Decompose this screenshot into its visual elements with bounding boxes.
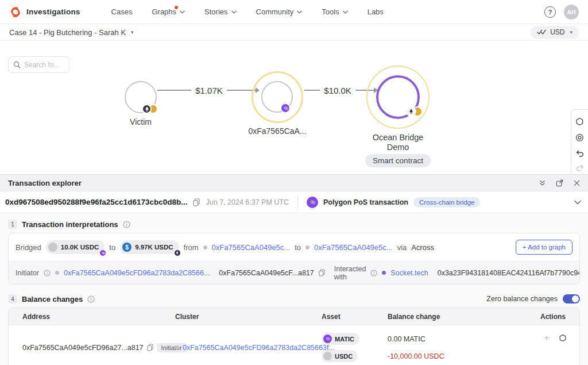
info-icon[interactable] xyxy=(44,270,51,276)
nav-item-community[interactable]: Community xyxy=(256,7,303,16)
ethereum-icon xyxy=(406,106,416,117)
info-icon[interactable] xyxy=(87,295,95,303)
transaction-timestamp: Jun 7, 2024 6:37 PM UTC xyxy=(206,198,289,206)
redo-icon[interactable] xyxy=(576,164,584,171)
case-dropdown-icon[interactable]: ▾ xyxy=(131,29,134,35)
polygon-chain-badge-icon xyxy=(99,249,106,256)
ethereum-chain-badge-icon xyxy=(174,249,181,256)
polygon-icon xyxy=(280,103,291,113)
from-word: from xyxy=(184,243,199,252)
edge-amount-label[interactable]: $10.0K xyxy=(320,85,355,96)
node-label-victim[interactable]: Victim xyxy=(115,117,167,127)
to-word: to xyxy=(109,243,115,252)
balance-changes-header: 4 Balance changes Zero balance changes xyxy=(8,294,580,303)
add-row-icon[interactable]: + xyxy=(544,333,550,343)
cluster-dot xyxy=(175,345,179,349)
cluster-dot xyxy=(203,245,207,249)
transaction-hash[interactable]: 0xd967508ed950288f9e96fa25cc1d6173cbc0d8… xyxy=(5,198,188,206)
asset-chip-destination[interactable]: $ 9.97K USDC xyxy=(120,240,179,254)
case-bar: Case 14 - Pig Butchering - Sarah K ▾ USD… xyxy=(0,24,588,41)
cluster-dot xyxy=(305,245,310,249)
case-title[interactable]: Case 14 - Pig Butchering - Sarah K xyxy=(9,28,126,37)
token-icon xyxy=(48,243,57,252)
smart-contract-tag: Smart contract xyxy=(365,154,431,167)
graph-search xyxy=(8,56,69,73)
copy-icon[interactable] xyxy=(319,269,325,276)
explorer-body: 1 Transaction interpretations Bridged 10… xyxy=(0,213,588,365)
chevron-down-icon[interactable] xyxy=(574,200,581,205)
initiator-address: 0xFa7565CaA049e5cF...a817 xyxy=(219,269,314,277)
via-word: via xyxy=(397,243,407,252)
nav-item-tools[interactable]: Tools xyxy=(322,7,347,16)
target-tool-icon[interactable] xyxy=(575,133,584,142)
search-input[interactable] xyxy=(24,61,64,69)
avatar[interactable]: AH xyxy=(564,5,579,20)
nav-item-labs[interactable]: Labs xyxy=(368,7,384,16)
balance-changes-table: Address Cluster Asset Balance change Act… xyxy=(8,308,580,365)
initiator-label: Initiator xyxy=(16,269,39,277)
asset-chip-source[interactable]: 10.0K USDC xyxy=(46,240,105,254)
cluster-dot xyxy=(55,271,59,275)
polygon-icon xyxy=(307,197,318,208)
row-cluster-link[interactable]: 0xFa7565CaA049e5cFD96a2783da2C85663f... xyxy=(183,344,335,352)
interacted-with-label: Interacted with xyxy=(334,265,366,281)
close-icon[interactable] xyxy=(574,180,580,186)
cross-chain-bridge-badge: Cross-chain bridge xyxy=(413,197,481,208)
table-header-row: Address Cluster Asset Balance change Act… xyxy=(9,308,579,325)
to-word: to xyxy=(295,243,301,252)
interpretations-header: 1 Transaction interpretations xyxy=(8,220,580,229)
hexagon-action-icon[interactable] xyxy=(559,334,567,342)
balance-change-matic: 0.00 MATIC xyxy=(388,333,523,345)
main-menu: Cases Graphs Stories Community Tools Lab… xyxy=(111,7,384,16)
copy-icon[interactable] xyxy=(193,198,200,206)
graph-toolbar xyxy=(571,109,588,179)
toggle-label: Zero balance changes xyxy=(486,295,558,303)
zero-balance-toggle[interactable] xyxy=(563,294,580,303)
nav-item-cases[interactable]: Cases xyxy=(111,7,133,16)
interacted-address: 0x3a23F943181408EAC424116Af7b7790c94Cb97… xyxy=(438,269,580,277)
node-label-intermediary[interactable]: 0xFa7565CaA... xyxy=(243,126,312,136)
currency-label: USD xyxy=(550,28,564,36)
node-label-bridge[interactable]: Ocean Bridge Demo xyxy=(361,133,435,152)
graph-canvas[interactable]: $1.07K $10.0K Victim 0xFa7565CaA... Ocea… xyxy=(0,41,588,174)
info-icon[interactable] xyxy=(123,221,130,228)
transaction-summary-row: 0xd967508ed950288f9e96fa25cc1d6173cbc0d8… xyxy=(0,191,588,213)
nav-item-stories[interactable]: Stories xyxy=(204,7,236,16)
ethereum-icon xyxy=(142,104,152,114)
nav-item-graphs[interactable]: Graphs xyxy=(152,7,185,16)
currency-selector[interactable]: USD ▾ xyxy=(531,26,579,39)
divider xyxy=(297,197,298,208)
undo-icon[interactable] xyxy=(576,150,584,157)
brand-name: Investigations xyxy=(26,7,80,16)
from-address-link[interactable]: 0xFa7565CaA049e5c... xyxy=(212,243,291,252)
asset-pill-matic: MATIC xyxy=(322,333,359,345)
column-header-asset: Asset xyxy=(322,313,388,321)
hexagon-tool-icon[interactable] xyxy=(575,117,584,126)
table-row: 0xFa7565CaA049e5cFD96a27...a817 Initiato… xyxy=(9,325,579,365)
brand-logo-icon[interactable] xyxy=(9,6,22,18)
chevron-down-icon xyxy=(231,10,237,14)
chevron-down-icon xyxy=(343,10,348,14)
transaction-explorer-header: Transaction explorer xyxy=(0,174,588,191)
double-check-icon xyxy=(537,29,546,35)
balance-change-usdc: -10,000.00 USDC xyxy=(388,350,523,362)
collapse-panel-icon[interactable] xyxy=(539,180,546,186)
interpretations-box: Bridged 10.0K USDC to $ 9.97K USDC fr xyxy=(8,233,580,285)
action-word: Bridged xyxy=(16,243,41,252)
edge-amount-label[interactable]: $1.07K xyxy=(191,85,227,96)
chevron-down-icon xyxy=(180,10,185,14)
token-icon xyxy=(323,352,332,360)
notification-dot xyxy=(175,6,178,9)
panel-title: Transaction explorer xyxy=(8,179,82,187)
chevron-down-icon xyxy=(297,10,302,14)
open-in-new-icon[interactable] xyxy=(556,179,563,187)
help-icon[interactable]: ? xyxy=(544,6,556,18)
section-count-badge: 1 xyxy=(8,220,17,229)
to-address-link[interactable]: 0xFa7565CaA049e5c... xyxy=(314,243,393,252)
info-icon[interactable] xyxy=(370,270,377,276)
interacted-cluster-link[interactable]: Socket.tech xyxy=(390,269,428,277)
initiator-cluster-link[interactable]: 0xFa7565CaA049e5cFD96a2783da2C8566... xyxy=(64,269,210,277)
add-to-graph-button[interactable]: + Add to graph xyxy=(516,240,572,255)
copy-icon[interactable] xyxy=(147,344,153,351)
section-count-badge: 4 xyxy=(8,294,17,303)
